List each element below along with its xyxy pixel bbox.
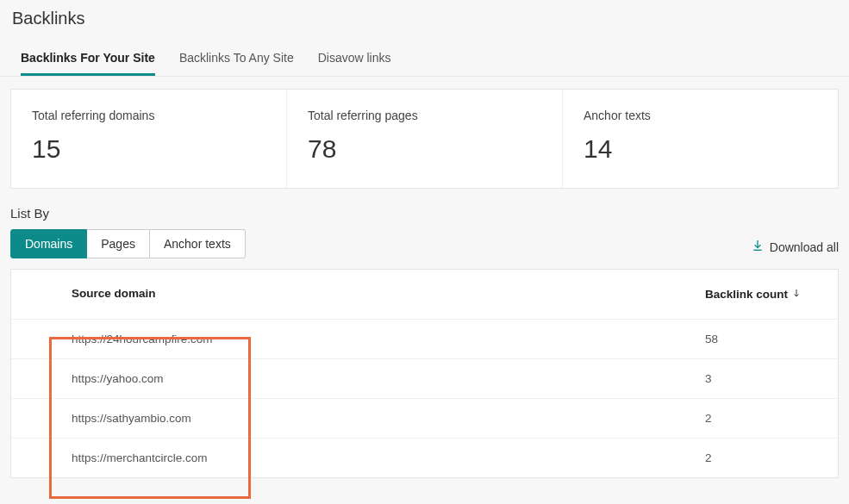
tab-backlinks-your-site[interactable]: Backlinks For Your Site bbox=[21, 40, 155, 76]
stat-value: 14 bbox=[584, 134, 817, 164]
listby-pages[interactable]: Pages bbox=[87, 229, 150, 258]
download-icon bbox=[751, 239, 765, 255]
table-row[interactable]: https://sathyambio.com 2 bbox=[11, 398, 838, 438]
tab-backlinks-any-site[interactable]: Backlinks To Any Site bbox=[179, 40, 294, 76]
stat-value: 78 bbox=[308, 134, 541, 164]
download-label: Download all bbox=[770, 240, 839, 254]
table-row[interactable]: https://24hourcampfire.com 58 bbox=[11, 319, 838, 358]
download-all-button[interactable]: Download all bbox=[751, 235, 839, 258]
sort-desc-icon bbox=[791, 287, 802, 302]
listby-toggle: Domains Pages Anchor texts bbox=[10, 229, 246, 258]
col-header-count[interactable]: Backlink count bbox=[705, 287, 817, 302]
col-header-count-label: Backlink count bbox=[705, 288, 788, 301]
stat-label: Anchor texts bbox=[584, 109, 817, 122]
tab-disavow-links[interactable]: Disavow links bbox=[318, 40, 391, 76]
cell-source: https://yahoo.com bbox=[72, 372, 705, 385]
cell-source: https://24hourcampfire.com bbox=[72, 333, 705, 345]
stat-value: 15 bbox=[32, 134, 265, 164]
stats-row: Total referring domains 15 Total referri… bbox=[10, 89, 839, 189]
cell-source: https://merchantcircle.com bbox=[72, 451, 705, 464]
stat-referring-domains: Total referring domains 15 bbox=[11, 90, 287, 188]
tabs: Backlinks For Your Site Backlinks To Any… bbox=[0, 40, 849, 77]
cell-count: 3 bbox=[705, 372, 817, 385]
table-row[interactable]: https://merchantcircle.com 2 bbox=[11, 438, 838, 477]
listby-domains[interactable]: Domains bbox=[10, 229, 87, 258]
cell-source: https://sathyambio.com bbox=[72, 412, 705, 425]
stat-label: Total referring pages bbox=[308, 109, 541, 122]
page-title: Backlinks bbox=[0, 0, 849, 40]
stat-label: Total referring domains bbox=[32, 109, 265, 122]
cell-count: 2 bbox=[705, 412, 817, 425]
cell-count: 58 bbox=[705, 333, 817, 345]
table-row[interactable]: https://yahoo.com 3 bbox=[11, 358, 838, 398]
backlinks-table: Source domain Backlink count https://24h… bbox=[10, 269, 839, 478]
cell-count: 2 bbox=[705, 451, 817, 464]
stat-referring-pages: Total referring pages 78 bbox=[287, 90, 563, 188]
listby-anchor-texts[interactable]: Anchor texts bbox=[150, 229, 246, 258]
listby-label: List By bbox=[10, 206, 246, 221]
stat-anchor-texts: Anchor texts 14 bbox=[563, 90, 838, 188]
col-header-source[interactable]: Source domain bbox=[72, 287, 705, 302]
